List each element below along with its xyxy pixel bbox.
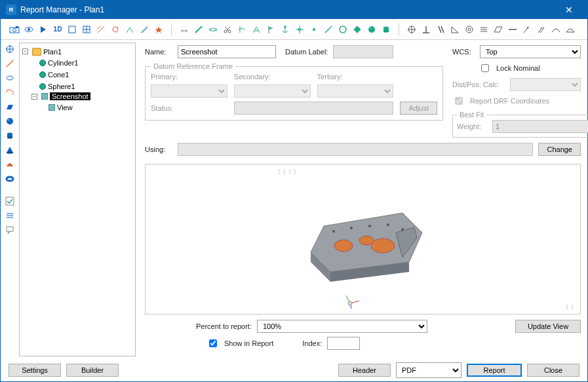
side-cone-icon[interactable] bbox=[5, 145, 15, 155]
tol-angle-icon[interactable] bbox=[449, 24, 461, 35]
tool-grid-icon[interactable] bbox=[81, 24, 92, 35]
tool-pt-icon[interactable] bbox=[308, 24, 320, 35]
tol-position-icon[interactable] bbox=[406, 24, 418, 35]
tol-parallel-icon[interactable] bbox=[435, 24, 446, 35]
drf-tertiary-label: Tertiary: bbox=[317, 73, 394, 81]
tool-play-icon[interactable] bbox=[37, 24, 49, 35]
side-torus-icon[interactable] bbox=[5, 174, 15, 184]
datum-label-input bbox=[333, 45, 393, 58]
tree-item-label: View bbox=[57, 104, 73, 111]
tol-straight-icon[interactable] bbox=[507, 24, 519, 35]
index-input[interactable] bbox=[327, 337, 360, 350]
tree-item[interactable]: Cone1 bbox=[31, 71, 69, 79]
report-drf-label: Report DRF Coordinates bbox=[470, 97, 549, 105]
tool-seg-icon[interactable] bbox=[178, 24, 190, 35]
drf-fieldset: Datum Reference Frame Primary: Secondary… bbox=[145, 62, 443, 121]
tool-as2-icon[interactable] bbox=[250, 24, 262, 35]
tool-circ-icon[interactable] bbox=[337, 24, 349, 35]
tool-sphere-icon[interactable] bbox=[366, 24, 378, 35]
tool-diamond-icon[interactable] bbox=[351, 24, 363, 35]
side-list-icon[interactable] bbox=[5, 210, 15, 221]
tool-box-icon[interactable] bbox=[66, 24, 78, 35]
svg-rect-62 bbox=[6, 197, 14, 205]
tree-root[interactable]: − Plan1 bbox=[22, 48, 62, 56]
app-icon: R bbox=[6, 5, 16, 15]
tree-item[interactable]: Cylinder1 bbox=[31, 59, 78, 67]
side-line-icon[interactable] bbox=[5, 58, 15, 69]
tool-eye-icon[interactable] bbox=[23, 24, 35, 35]
tool-cyl-icon[interactable] bbox=[380, 24, 392, 35]
collapse-icon[interactable]: − bbox=[31, 94, 37, 100]
percent-select[interactable]: 100% bbox=[257, 320, 427, 333]
report-drf-checkbox bbox=[455, 97, 463, 105]
show-in-report-checkbox[interactable] bbox=[209, 339, 217, 347]
datum-label-label: Datum Label: bbox=[285, 48, 328, 56]
tool-sline-icon[interactable] bbox=[323, 24, 334, 35]
svg-point-58 bbox=[7, 137, 12, 139]
side-ellipse-icon[interactable] bbox=[5, 73, 15, 83]
tree-item[interactable]: View bbox=[41, 104, 73, 111]
tool-dim4-icon[interactable] bbox=[138, 24, 150, 35]
tool-as1-icon[interactable] bbox=[236, 24, 248, 35]
tool-target-icon[interactable] bbox=[294, 24, 305, 35]
tool-anchor-icon[interactable] bbox=[279, 24, 291, 35]
svg-point-35 bbox=[383, 30, 389, 32]
side-position-icon[interactable] bbox=[5, 44, 15, 54]
collapse-icon[interactable]: − bbox=[22, 48, 28, 54]
tool-1d-icon[interactable]: 1D bbox=[52, 24, 64, 35]
tol-runout-icon[interactable] bbox=[521, 24, 533, 35]
close-icon[interactable]: ✕ bbox=[556, 5, 582, 15]
format-select[interactable]: PDF bbox=[396, 362, 461, 378]
tool-flag-icon[interactable] bbox=[265, 24, 277, 35]
tol-sym-icon[interactable] bbox=[478, 24, 490, 35]
side-callout-icon[interactable] bbox=[5, 225, 15, 235]
lock-nominal-checkbox[interactable] bbox=[481, 64, 489, 72]
update-view-button[interactable]: Update View bbox=[515, 320, 581, 333]
toolbar-separator bbox=[171, 23, 172, 36]
svg-point-44 bbox=[468, 28, 471, 31]
svg-point-75 bbox=[368, 225, 371, 227]
svg-point-60 bbox=[7, 152, 13, 154]
tree-root-label: Plan1 bbox=[43, 48, 62, 56]
distpos-select bbox=[510, 78, 581, 91]
view-icon bbox=[49, 104, 55, 111]
report-button[interactable]: Report bbox=[467, 364, 522, 377]
tool-scissors-icon[interactable] bbox=[222, 24, 233, 35]
index-label: Index: bbox=[302, 339, 322, 347]
side-plane-icon[interactable] bbox=[5, 102, 15, 112]
tree-item[interactable]: Sphere1 bbox=[31, 83, 75, 90]
tool-dim1-icon[interactable] bbox=[95, 24, 107, 35]
header-button[interactable]: Header bbox=[338, 364, 391, 377]
tol-profline-icon[interactable] bbox=[550, 24, 562, 35]
side-curve-icon[interactable] bbox=[5, 159, 15, 170]
bestfit-weight-input bbox=[492, 120, 588, 133]
close-button[interactable]: Close bbox=[527, 364, 579, 377]
tol-flat-icon[interactable] bbox=[492, 24, 504, 35]
tol-perp-icon[interactable] bbox=[420, 24, 432, 35]
side-check-icon[interactable] bbox=[5, 196, 15, 206]
window-title: Report Manager - Plan1 bbox=[20, 5, 556, 14]
wcs-select[interactable]: Top bbox=[480, 45, 581, 58]
name-label: Name: bbox=[145, 48, 172, 56]
svg-point-54 bbox=[7, 118, 13, 124]
tol-profsurf-icon[interactable] bbox=[564, 24, 576, 35]
side-circle-icon[interactable] bbox=[5, 116, 15, 126]
tol-totalrunout-icon[interactable] bbox=[536, 24, 547, 35]
tol-conc-icon[interactable] bbox=[463, 24, 475, 35]
plan-tree[interactable]: − Plan1 Cylinder1 Cone1 Sphere1 −Screens… bbox=[21, 46, 134, 113]
builder-button[interactable]: Builder bbox=[66, 364, 119, 377]
change-button[interactable]: Change bbox=[538, 143, 581, 156]
svg-point-70 bbox=[334, 240, 353, 252]
tool-camera-icon[interactable] bbox=[9, 24, 20, 35]
tool-star-icon[interactable] bbox=[153, 24, 165, 35]
tool-ltgt-icon[interactable]: <> bbox=[207, 24, 219, 35]
side-arc-icon[interactable] bbox=[5, 87, 15, 98]
tool-dim2-icon[interactable] bbox=[109, 24, 121, 35]
tool-line-icon[interactable] bbox=[193, 24, 205, 35]
tree-item-selected[interactable]: −Screenshot bbox=[31, 92, 90, 100]
tool-dim3-icon[interactable] bbox=[124, 24, 136, 35]
side-cylinder-icon[interactable] bbox=[5, 130, 15, 141]
svg-line-42 bbox=[441, 26, 444, 33]
settings-button[interactable]: Settings bbox=[9, 364, 61, 377]
name-input[interactable] bbox=[178, 45, 276, 58]
